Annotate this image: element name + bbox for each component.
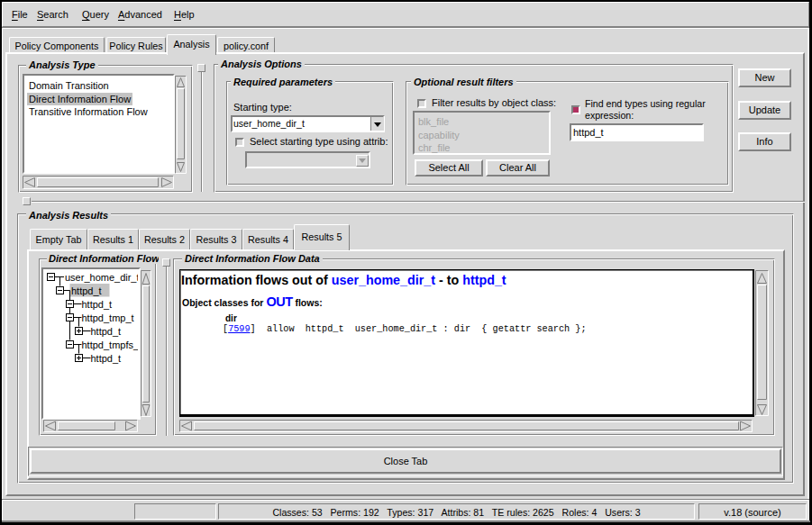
- svg-text:httpd_t: httpd_t: [71, 285, 102, 296]
- svg-text:httpd_t: httpd_t: [91, 353, 122, 364]
- svg-text:httpd_tmpfs_t: httpd_tmpfs_t: [82, 339, 139, 350]
- svg-text:httpd_t: httpd_t: [82, 299, 113, 310]
- svg-text:httpd_tmp_t: httpd_tmp_t: [82, 312, 134, 323]
- svg-text:httpd_t: httpd_t: [91, 326, 122, 337]
- svg-text:user_home_dir_t: user_home_dir_t: [65, 272, 138, 283]
